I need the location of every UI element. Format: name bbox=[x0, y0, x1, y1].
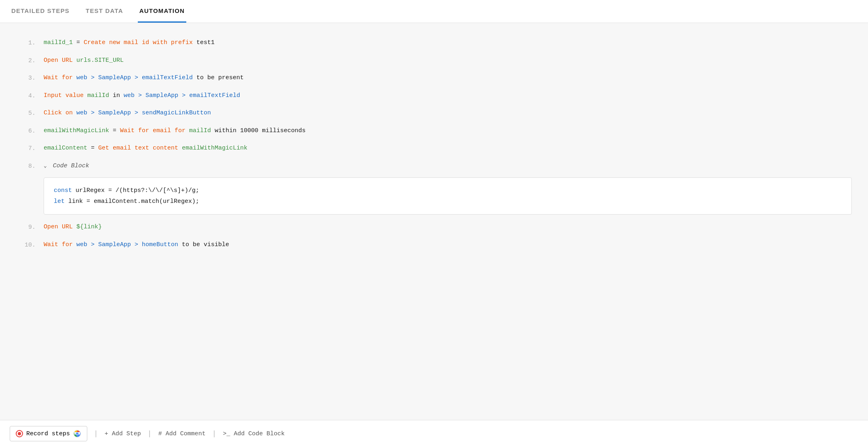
step-equals: = bbox=[76, 39, 84, 46]
step-var2: mailId bbox=[189, 127, 211, 134]
svg-point-3 bbox=[76, 433, 78, 435]
step-row: 1. mailId_1 = Create new mail id with pr… bbox=[16, 34, 852, 52]
step-action: Open URL bbox=[44, 223, 73, 230]
step-content: Open URL ${link} bbox=[44, 223, 852, 232]
step-content: Wait for web > SampleApp > homeButton to… bbox=[44, 240, 852, 250]
add-comment-link[interactable]: # Add Comment bbox=[158, 430, 206, 437]
tab-detailed-steps[interactable]: DETAILED STEPS bbox=[10, 0, 71, 23]
step-action: Get email text content bbox=[98, 145, 178, 152]
record-steps-label: Record steps bbox=[26, 430, 70, 437]
step-var2: emailWithMagicLink bbox=[182, 145, 247, 152]
add-code-block-link[interactable]: >_ Add Code Block bbox=[223, 430, 285, 437]
step-number: 3. bbox=[16, 74, 36, 83]
step-element: web > SampleApp > emailTextField bbox=[124, 92, 240, 99]
separator-3: | bbox=[212, 430, 217, 438]
step-var: emailWithMagicLink bbox=[44, 127, 109, 134]
step-time: 10000 bbox=[240, 127, 258, 134]
step-action: Wait for email for bbox=[120, 127, 185, 134]
code-line-1: const urlRegex = /(https?:\/\/[^\s]+)/g; bbox=[54, 185, 842, 196]
tab-bar: DETAILED STEPS TEST DATA AUTOMATION bbox=[0, 0, 868, 23]
add-step-link[interactable]: + Add Step bbox=[105, 430, 141, 437]
step-number: 4. bbox=[16, 91, 36, 101]
step-list: 1. mailId_1 = Create new mail id with pr… bbox=[16, 34, 852, 175]
step-number: 1. bbox=[16, 38, 36, 48]
step-action: Click on bbox=[44, 110, 73, 116]
step-element: web > SampleApp > emailTextField bbox=[76, 74, 193, 81]
step-row-code-block: 8. ⌄ Code Block bbox=[16, 158, 852, 175]
step-row: 7. emailContent = Get email text content… bbox=[16, 140, 852, 158]
step-number: 10. bbox=[16, 240, 36, 250]
step-content: Input value mailId in web > SampleApp > … bbox=[44, 91, 852, 101]
step-equals: = bbox=[91, 145, 98, 152]
step-var: mailId bbox=[87, 92, 109, 99]
step-condition: to be visible bbox=[182, 241, 229, 248]
step-row: 3. Wait for web > SampleApp > emailTextF… bbox=[16, 70, 852, 87]
keyword-let: let bbox=[54, 198, 65, 205]
step-action: Wait for bbox=[44, 241, 73, 248]
step-content: ⌄ Code Block bbox=[44, 162, 852, 171]
step-list-after: 9. Open URL ${link} 10. Wait for web > S… bbox=[16, 219, 852, 254]
var-urlregex: urlRegex = /(https?:\/\/[^\s]+)/g; bbox=[76, 187, 199, 194]
step-url: urls.SITE_URL bbox=[76, 57, 124, 64]
collapse-icon[interactable]: ⌄ bbox=[44, 162, 47, 170]
separator-1: | bbox=[94, 430, 98, 438]
step-row: 2. Open URL urls.SITE_URL bbox=[16, 52, 852, 70]
step-within: within bbox=[215, 127, 236, 134]
step-number: 9. bbox=[16, 223, 36, 232]
bottom-bar: Record steps | + Add Step | # Add Commen… bbox=[0, 420, 868, 447]
step-url: ${link} bbox=[76, 223, 102, 230]
step-value: test1 bbox=[196, 39, 215, 46]
step-content: Wait for web > SampleApp > emailTextFiel… bbox=[44, 74, 852, 83]
tab-test-data[interactable]: TEST DATA bbox=[84, 0, 125, 23]
step-unit: milliseconds bbox=[262, 127, 305, 134]
code-block-container: const urlRegex = /(https?:\/\/[^\s]+)/g;… bbox=[44, 177, 852, 215]
step-row: 4. Input value mailId in web > SampleApp… bbox=[16, 87, 852, 105]
step-action: Open URL bbox=[44, 57, 73, 64]
step-row: 9. Open URL ${link} bbox=[16, 219, 852, 236]
step-var: emailContent bbox=[44, 145, 87, 152]
step-number: 7. bbox=[16, 144, 36, 154]
step-content: emailContent = Get email text content em… bbox=[44, 144, 852, 153]
tab-automation[interactable]: AUTOMATION bbox=[138, 0, 186, 23]
separator-2: | bbox=[147, 430, 152, 438]
step-content: emailWithMagicLink = Wait for email for … bbox=[44, 127, 852, 136]
record-steps-button[interactable]: Record steps bbox=[10, 426, 87, 441]
code-block-label: Code Block bbox=[53, 162, 89, 169]
step-equals: = bbox=[113, 127, 120, 134]
step-var: mailId_1 bbox=[44, 39, 73, 46]
step-element: web > SampleApp > sendMagicLinkButton bbox=[76, 110, 211, 116]
step-number: 5. bbox=[16, 109, 36, 118]
step-content: mailId_1 = Create new mail id with prefi… bbox=[44, 38, 852, 48]
step-number: 2. bbox=[16, 56, 36, 66]
step-content: Click on web > SampleApp > sendMagicLink… bbox=[44, 109, 852, 118]
record-icon bbox=[16, 430, 23, 437]
step-number: 6. bbox=[16, 127, 36, 136]
var-link: link = emailContent.match(urlRegex); bbox=[68, 198, 199, 205]
step-row: 10. Wait for web > SampleApp > homeButto… bbox=[16, 236, 852, 254]
step-action: Wait for bbox=[44, 74, 73, 81]
step-in: in bbox=[113, 92, 120, 99]
step-content: Open URL urls.SITE_URL bbox=[44, 56, 852, 65]
chrome-icon bbox=[73, 430, 81, 438]
keyword-const: const bbox=[54, 187, 72, 194]
code-line-2: let link = emailContent.match(urlRegex); bbox=[54, 196, 842, 207]
step-action: Create new mail id with prefix bbox=[84, 39, 193, 46]
step-condition: to be present bbox=[196, 74, 244, 81]
step-row: 6. emailWithMagicLink = Wait for email f… bbox=[16, 122, 852, 140]
main-content: 1. mailId_1 = Create new mail id with pr… bbox=[0, 23, 868, 420]
record-icon-dot bbox=[18, 432, 21, 435]
step-element: web > SampleApp > homeButton bbox=[76, 241, 178, 248]
step-number: 8. bbox=[16, 162, 36, 171]
step-action: Input value bbox=[44, 92, 84, 99]
step-row: 5. Click on web > SampleApp > sendMagicL… bbox=[16, 105, 852, 122]
